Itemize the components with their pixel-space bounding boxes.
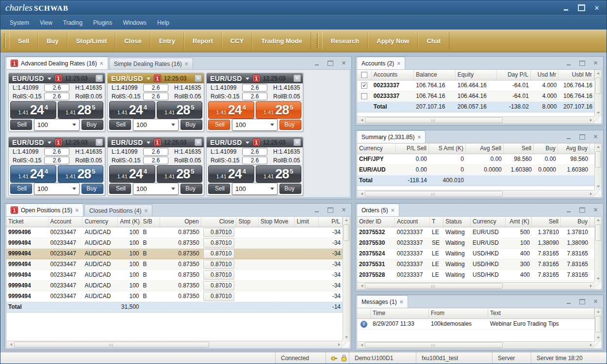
entry-button[interactable]: Entry [150,32,184,49]
column-header[interactable]: Order ID [357,217,395,227]
toolbar-drag-handle[interactable] [4,33,6,48]
panel-minimize-icon[interactable] [313,207,320,213]
position-row[interactable]: 9999494 00233447 AUD/CAD 100 B 0.87350 0… [6,238,343,249]
position-row[interactable]: 9999494 00233447 AUD/CAD 100 B 0.87350 0… [6,291,343,302]
column-header[interactable]: Open [160,217,201,227]
scroll-right-icon[interactable] [588,117,594,124]
message-row[interactable]: 8/29/2007 11:33 100kdemosales Webinar Eu… [357,319,594,330]
panel-minimize-icon[interactable] [565,134,572,140]
sell-label[interactable]: Sell [109,120,131,130]
resize-grip[interactable] [594,190,602,197]
scroll-down-icon[interactable] [343,334,350,341]
menu-trading[interactable]: Trading [58,17,88,28]
scroll-up-icon[interactable] [595,308,602,315]
scroll-up-icon[interactable] [595,70,602,77]
sell-price-button[interactable]: 1.41 24 4 [10,101,56,118]
scroll-up-icon[interactable] [595,217,602,223]
column-header[interactable]: From [429,308,488,318]
buy-button[interactable]: Buy [38,32,67,49]
summary-row[interactable]: CHF/JPY 0.00 0 0.00 98.560 0.00 98.560 [357,154,594,165]
column-header[interactable]: Currency [471,217,506,227]
close-price-button[interactable]: 0.87010 [203,249,234,258]
tab-accounts[interactable]: Accounts (2) [357,57,405,69]
column-header[interactable]: Amt (K) [118,217,141,227]
menu-system[interactable]: System [4,17,34,28]
scroll-up-icon[interactable] [343,217,350,223]
buy-label[interactable]: Buy [279,184,301,194]
order-row[interactable]: 20375532 00233337 LE Waiting EUR/USD 500… [357,227,594,238]
buy-price-button[interactable]: 1.41 28 5 [58,101,104,118]
column-header[interactable]: Buy [561,217,590,227]
sell-label[interactable]: Sell [208,120,230,130]
tab-close-icon[interactable] [144,207,148,214]
chevron-down-icon[interactable] [48,78,51,80]
sell-price-button[interactable]: 1.41 24 4 [109,101,155,118]
tile-close-icon[interactable] [294,139,301,146]
vertical-scrollbar[interactable] [594,143,602,190]
scroll-right-icon[interactable] [588,190,594,197]
maximize-icon[interactable] [577,4,585,12]
panel-maximize-icon[interactable] [579,60,585,66]
column-header[interactable]: Amt (K) [506,217,532,227]
select-all-checkbox[interactable] [361,72,367,78]
vertical-scrollbar[interactable] [343,217,350,341]
tile-close-icon[interactable] [96,139,103,146]
panel-minimize-icon[interactable] [565,207,572,213]
resize-grip[interactable] [594,341,602,348]
stop-limit-button[interactable]: Stop/Limit [67,32,116,49]
ccy-button[interactable]: CCY [222,32,252,49]
order-row[interactable]: 20375530 00233337 SE Waiting EUR/USD 100… [357,238,594,249]
chevron-down-icon[interactable] [48,142,51,144]
trading-mode-button[interactable]: Trading Mode [252,32,311,49]
chevron-down-icon[interactable] [246,78,249,80]
scroll-thumb[interactable] [365,342,503,348]
horizontal-scrollbar[interactable] [357,341,594,348]
amount-dropdown[interactable]: 100 [133,119,179,131]
horizontal-scrollbar[interactable] [6,341,343,348]
sell-label[interactable]: Sell [208,184,230,194]
panel-close-icon[interactable] [592,207,599,213]
column-header[interactable]: P/L Sell [396,143,429,154]
tab-simple-dealing-rates[interactable]: Simple Dealing Rates (16) [109,58,193,69]
sell-price-button[interactable]: 1.41 24 4 [109,165,155,182]
scroll-up-icon[interactable] [595,143,602,150]
column-header[interactable]: Day P/L [497,70,531,80]
close-price-button[interactable]: 0.87010 [203,292,234,301]
column-header[interactable]: Status [443,217,471,227]
order-row[interactable]: 20375531 00233337 LE Waiting USD/HKD 300… [357,259,594,270]
vertical-scrollbar[interactable] [594,217,602,282]
resize-grip[interactable] [594,282,602,289]
panel-maximize-icon[interactable] [579,207,585,213]
order-row[interactable]: 20375524 00233337 LE Waiting USD/HKD 400… [357,249,594,259]
buy-label[interactable]: Buy [279,120,301,130]
column-header[interactable]: Account [49,217,83,227]
chevron-down-icon[interactable] [147,142,150,144]
tab-close-icon[interactable] [400,299,403,305]
panel-maximize-icon[interactable] [327,207,333,213]
panel-minimize-icon[interactable] [313,60,320,66]
scroll-down-icon[interactable] [595,110,602,116]
scroll-left-icon[interactable] [357,190,364,197]
buy-label[interactable]: Buy [82,184,103,194]
menu-plugins[interactable]: Plugins [88,17,117,28]
position-row[interactable]: 9999494 00233447 AUD/CAD 100 B 0.87350 0… [6,249,343,259]
panel-close-icon[interactable] [341,207,347,213]
panel-maximize-icon[interactable] [579,299,585,305]
column-header[interactable]: P/L [319,217,343,227]
tab-close-icon[interactable] [75,207,79,214]
scroll-down-icon[interactable] [595,183,602,190]
column-header[interactable]: Avg Buy [558,143,590,154]
scroll-down-icon[interactable] [595,275,602,282]
apply-now-button[interactable]: Apply Now [368,32,418,49]
scroll-right-icon[interactable] [588,342,594,348]
close-price-button[interactable]: 0.87010 [203,228,234,237]
column-header[interactable]: T [430,217,443,227]
tile-close-icon[interactable] [195,139,202,146]
summary-row[interactable]: EUR/AUD 0.00 0 0.0000 1.60380 0.0000 1.6… [357,165,594,175]
scroll-down-icon[interactable] [595,334,602,341]
tile-close-icon[interactable] [96,75,103,82]
close-price-button[interactable]: 0.87010 [203,260,234,269]
tab-open-positions[interactable]: 1 Open Positions (15) [6,204,83,216]
column-header[interactable]: Text [488,308,594,318]
column-header[interactable]: S Amt (K) [429,143,466,154]
